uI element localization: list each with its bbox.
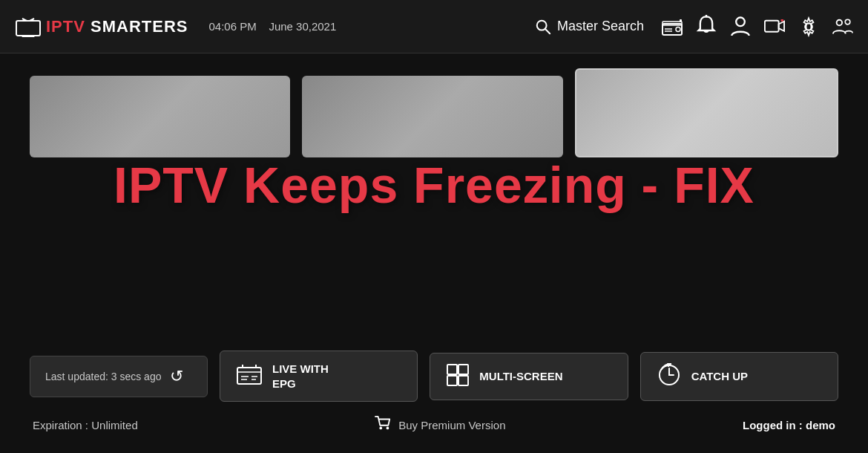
multi-screen-label: MULTI-SCREEN bbox=[479, 369, 562, 384]
live-epg-icon bbox=[237, 364, 262, 389]
date-display: June 30,2021 bbox=[269, 20, 336, 33]
svg-point-21 bbox=[845, 20, 850, 25]
svg-rect-30 bbox=[447, 365, 457, 374]
refresh-icon[interactable]: ↺ bbox=[170, 367, 183, 386]
multi-screen-icon bbox=[447, 364, 469, 389]
logged-in-user: demo bbox=[806, 419, 835, 431]
nav-icons bbox=[662, 16, 853, 37]
svg-rect-22 bbox=[237, 368, 261, 384]
live-epg-button[interactable]: LIVE WITHEPG bbox=[220, 351, 418, 402]
catch-up-icon bbox=[657, 363, 681, 390]
svg-rect-33 bbox=[458, 376, 468, 385]
svg-marker-17 bbox=[779, 22, 784, 31]
logged-in-text: Logged in : demo bbox=[743, 419, 835, 431]
catch-up-button[interactable]: CATCH UP bbox=[640, 352, 838, 401]
bottom-area: Last updated: 3 secs ago ↺ LIVE WITHEPG bbox=[0, 336, 868, 453]
buy-premium-btn[interactable]: Buy Premium Version bbox=[375, 415, 505, 435]
svg-rect-13 bbox=[680, 19, 682, 22]
datetime: 04:06 PM June 30,2021 bbox=[208, 20, 336, 33]
users-icon-btn[interactable] bbox=[832, 16, 853, 37]
svg-line-7 bbox=[545, 29, 550, 33]
user-icon-btn[interactable] bbox=[730, 16, 751, 37]
last-updated-text: Last updated: 3 secs ago bbox=[45, 371, 161, 382]
tv-icon bbox=[15, 16, 42, 37]
catch-up-label: CATCH UP bbox=[691, 369, 748, 384]
svg-rect-16 bbox=[765, 21, 779, 32]
search-label: Master Search bbox=[557, 19, 644, 34]
refresh-card: Last updated: 3 secs ago ↺ bbox=[30, 356, 208, 397]
main-title: IPTV Keeps Freezing - FIX bbox=[0, 156, 868, 214]
svg-point-20 bbox=[837, 20, 842, 25]
header: IPTV SMARTERS 04:06 PM June 30,2021 Mast… bbox=[0, 0, 868, 53]
live-epg-label: LIVE WITHEPG bbox=[272, 362, 329, 391]
logo-iptv: IPTV bbox=[46, 17, 85, 36]
svg-rect-32 bbox=[447, 376, 457, 385]
svg-point-35 bbox=[380, 427, 383, 430]
svg-rect-18 bbox=[780, 19, 783, 22]
cart-icon bbox=[375, 415, 391, 435]
info-row: Expiration : Unlimited Buy Premium Versi… bbox=[30, 415, 838, 435]
svg-rect-31 bbox=[458, 365, 468, 374]
svg-point-36 bbox=[387, 427, 389, 430]
time-display: 04:06 PM bbox=[208, 20, 256, 33]
logged-in-label: Logged in : bbox=[743, 419, 806, 431]
logo-text: IPTV SMARTERS bbox=[46, 17, 188, 36]
action-row: Last updated: 3 secs ago ↺ LIVE WITHEPG bbox=[30, 351, 838, 402]
search-area[interactable]: Master Search bbox=[535, 19, 644, 35]
gear-icon-btn[interactable] bbox=[798, 16, 819, 37]
logo-area: IPTV SMARTERS bbox=[15, 16, 188, 37]
logo-smarters: SMARTERS bbox=[91, 17, 188, 36]
svg-point-15 bbox=[736, 18, 745, 27]
svg-point-10 bbox=[676, 27, 680, 31]
record-icon-btn[interactable] bbox=[764, 16, 785, 37]
svg-rect-0 bbox=[16, 21, 40, 36]
radio-icon-btn[interactable] bbox=[662, 16, 683, 37]
title-overlay: IPTV Keeps Freezing - FIX bbox=[0, 134, 868, 236]
bell-icon-btn[interactable] bbox=[696, 16, 717, 37]
search-icon bbox=[535, 19, 551, 35]
multi-screen-button[interactable]: MULTI-SCREEN bbox=[430, 353, 628, 400]
buy-premium-label: Buy Premium Version bbox=[398, 419, 505, 431]
expiration-text: Expiration : Unlimited bbox=[33, 419, 138, 431]
